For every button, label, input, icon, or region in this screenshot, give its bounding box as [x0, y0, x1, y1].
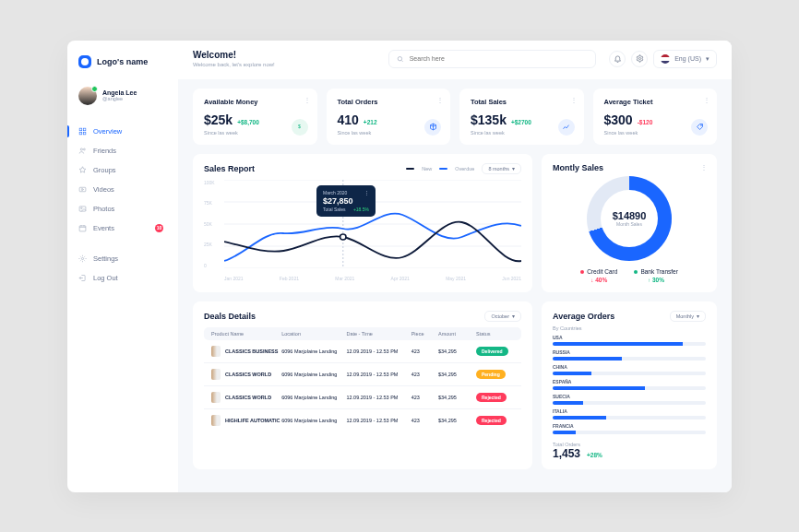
stat-available-money: ⋮ Available Money $25k +$8,700 Since las…	[193, 89, 317, 145]
country-name: CHINA	[553, 364, 706, 370]
table-row[interactable]: CLASSICS WORLD6096 Marjolaine Landing12.…	[204, 386, 521, 409]
svg-rect-1	[83, 128, 86, 131]
nav-logout[interactable]: Log Out	[67, 268, 178, 288]
svg-rect-2	[79, 132, 82, 135]
country-name: RUSSIA	[553, 349, 706, 355]
cell-location: 6096 Marjolaine Landing	[281, 395, 346, 400]
product-image	[211, 346, 221, 357]
nav-photos[interactable]: Photos	[67, 199, 178, 219]
country-name: ESPAÑA	[553, 379, 706, 384]
profile[interactable]: Angela Lee @anglee	[67, 81, 178, 118]
cell-amount: $34,295	[438, 372, 476, 377]
svg-rect-3	[83, 132, 86, 135]
bar-fill	[553, 342, 683, 346]
svg-rect-9	[79, 225, 86, 231]
nav-videos[interactable]: Videos	[67, 180, 178, 199]
country-name: USA	[553, 335, 706, 340]
nav-label: Events	[93, 224, 114, 232]
panel-title: Average Orders	[553, 312, 614, 321]
image-icon	[78, 205, 87, 213]
panel-title: Sales Report	[204, 164, 255, 173]
bar-fill	[553, 357, 622, 361]
table-header: Product Name Location Date - Time Piece …	[204, 327, 521, 340]
panel-title: Montly Sales	[553, 163, 603, 172]
menu-icon[interactable]: ⋮	[304, 96, 310, 104]
y-axis: 100K 75K 50K 25K 0	[204, 180, 215, 268]
menu-icon[interactable]: ⋮	[570, 96, 577, 104]
cell-date: 12.09.2019 - 12.53 PM	[346, 418, 411, 423]
table-row[interactable]: CLASSICS WORLD6096 Marjolaine Landing12.…	[204, 363, 521, 386]
nav-events[interactable]: Events 10	[67, 219, 178, 238]
menu-icon[interactable]: ⋮	[703, 96, 710, 104]
profile-handle: @anglee	[102, 96, 137, 101]
country-bar: FRANCIA	[553, 423, 706, 434]
nav-groups[interactable]: Groups	[67, 160, 178, 180]
panel-title: Deals Details	[204, 312, 256, 321]
menu-icon[interactable]: ⋮	[436, 96, 443, 104]
svg-point-8	[81, 207, 83, 209]
table-row[interactable]: HIGHLIFE AUTOMATIC6096 Marjolaine Landin…	[204, 409, 521, 432]
svg-point-12	[638, 57, 640, 59]
chart-legend: New Overdue	[406, 166, 474, 171]
svg-point-4	[80, 148, 82, 149]
users-icon	[78, 147, 87, 155]
legend-swatch-overdue	[439, 168, 447, 170]
product-name: CLASSICS WORLD	[225, 395, 271, 400]
nav-label: Overview	[93, 127, 122, 136]
menu-icon[interactable]: ⋮	[700, 163, 708, 171]
deals-period-select[interactable]: October▾	[484, 311, 521, 322]
nav-settings[interactable]: Settings	[67, 249, 178, 268]
search[interactable]	[388, 50, 596, 68]
stat-sub: Since las week	[604, 130, 707, 136]
stat-label: Total Orders	[338, 98, 440, 106]
cube-icon	[424, 119, 441, 136]
sales-chart: 100K 75K 50K 25K 0	[204, 180, 521, 281]
search-icon	[397, 55, 403, 63]
bar-fill	[553, 401, 583, 405]
chevron-down-icon: ▾	[512, 166, 515, 171]
cell-piece: 423	[411, 349, 438, 354]
language-select[interactable]: Eng (US) ▾	[653, 50, 717, 68]
nav-overview[interactable]: Overview	[67, 122, 178, 141]
profile-name: Angela Lee	[102, 89, 137, 97]
notifications-button[interactable]	[609, 51, 626, 67]
logout-icon	[78, 274, 87, 282]
tag-icon	[691, 119, 708, 136]
video-icon	[78, 185, 87, 194]
stat-value: $300	[604, 112, 633, 127]
calendar-icon	[78, 224, 87, 232]
nav-label: Photos	[93, 205, 114, 213]
stat-label: Available Money	[204, 98, 306, 106]
donut-legend: Credit Card ↓ 40% Bank Transfer ↑ 30%	[580, 268, 678, 283]
stat-value: $25k	[204, 112, 233, 127]
settings-button[interactable]	[631, 51, 648, 67]
nav-friends[interactable]: Friends	[67, 141, 178, 160]
cell-amount: $34,295	[438, 349, 476, 354]
stat-sub: Since las week	[471, 130, 573, 136]
table-row[interactable]: CLASSICS BUSINESS6096 Marjolaine Landing…	[204, 340, 521, 363]
logo[interactable]: Logo's name	[67, 55, 178, 81]
svg-point-11	[398, 56, 401, 60]
stat-total-orders: ⋮ Total Orders 410 +212 Since las week	[327, 89, 451, 145]
avg-period-select[interactable]: Monthly▾	[670, 311, 706, 322]
avatar	[78, 87, 97, 105]
legend-dot	[580, 270, 584, 274]
period-select[interactable]: 8 months▾	[482, 163, 521, 174]
svg-point-5	[83, 148, 85, 150]
svg-point-14	[700, 125, 701, 126]
search-input[interactable]	[410, 55, 589, 62]
svg-point-21	[340, 234, 346, 240]
donut-value: $14890	[613, 210, 647, 221]
nav: Overview Friends Groups Videos Photos Ev…	[67, 118, 178, 291]
cell-date: 12.09.2019 - 12.53 PM	[346, 349, 411, 354]
events-badge: 10	[155, 224, 163, 232]
cell-amount: $34,295	[438, 418, 476, 423]
stat-delta: -$120	[638, 119, 653, 125]
product-name: CLASSICS WORLD	[225, 372, 271, 377]
svg-rect-6	[79, 187, 86, 192]
stat-total-sales: ⋮ Total Sales $135k +$2700 Since las wee…	[459, 89, 584, 145]
stat-value: $135k	[471, 112, 507, 127]
bell-icon	[614, 54, 622, 63]
brand-name: Logo's name	[97, 57, 148, 66]
legend-dot	[634, 270, 638, 274]
